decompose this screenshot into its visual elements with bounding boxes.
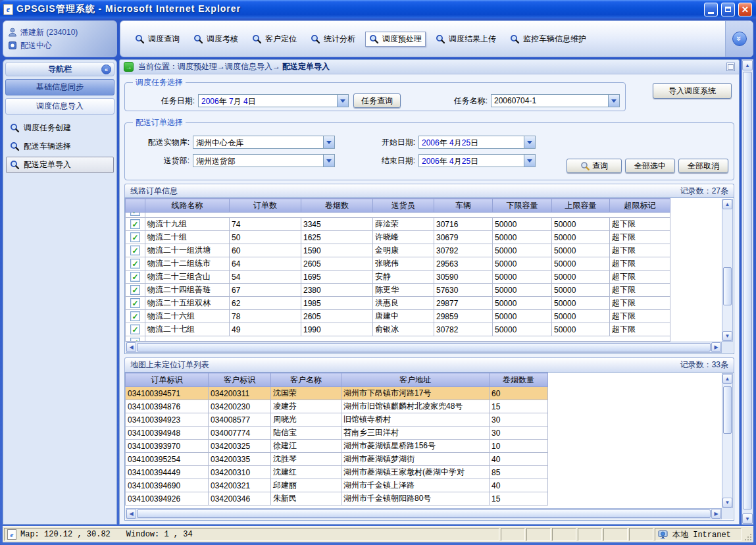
sidebar-item-2[interactable]: 配送定单导入	[6, 157, 114, 173]
department-icon	[8, 41, 17, 50]
window-body: 潘建新 (234010) 配送中心 调度查询调度考核客户定位统计分析调度预处理调…	[0, 18, 756, 545]
page-vertical-scrollbar[interactable]: ▲ ▼	[742, 59, 753, 525]
end-date-select[interactable]: 2006年 4月25日	[418, 154, 536, 167]
checkbox-checked-icon[interactable]	[130, 285, 140, 295]
route-table-vertical-scrollbar[interactable]: ▲ ▼	[722, 199, 733, 342]
toolbar-item-2[interactable]: 客户定位	[248, 32, 301, 47]
table-row[interactable]: 物流二十三组含山541695安静305905000050000超下限	[126, 271, 670, 284]
toolbar-item-4[interactable]: 调度预处理	[365, 32, 426, 47]
task-name-dropdown-button[interactable]	[608, 95, 619, 107]
query-button[interactable]: 查询	[567, 159, 622, 173]
table-row[interactable]: 物流二十二组练市642605张晓伟295635000050000超下限	[126, 257, 670, 271]
scroll-left-icon[interactable]: ◀	[126, 509, 136, 519]
orders-table-vertical-scrollbar[interactable]: ▲ ▼	[722, 373, 733, 508]
table-row[interactable]: 034100394948034007774陆信宝苕南乡三田洋村30	[126, 427, 548, 440]
checkbox-checked-icon[interactable]	[130, 232, 140, 242]
sidebar-item-1[interactable]: 配送车辆选择	[6, 138, 114, 155]
warehouse-select[interactable]: 湖州中心仓库	[193, 136, 335, 149]
scroll-down-icon[interactable]: ▼	[722, 498, 732, 507]
warehouse-dropdown-button[interactable]	[323, 136, 334, 148]
minimize-button[interactable]	[704, 3, 718, 16]
toolbar-item-0[interactable]: 调度查询	[131, 32, 184, 47]
table-row[interactable]: 物流二十六组782605唐建中298595000050000超下限	[126, 310, 670, 323]
checkbox-checked-icon[interactable]	[130, 219, 140, 229]
maximize-button[interactable]	[721, 3, 735, 16]
table-row[interactable]: 034100393970034200325徐建江湖州市菱湖镇星桥路156号10	[126, 440, 548, 453]
table-row[interactable]: 034100394926034200346朱新民湖州市千金镇朝阳路80号15	[126, 492, 548, 506]
panel-restore-button[interactable]	[726, 63, 735, 71]
clear-all-button[interactable]: 全部取消	[678, 159, 728, 173]
route-table-horizontal-scrollbar[interactable]: ◀ ▶	[126, 342, 722, 353]
location-arrow-icon: →	[124, 62, 134, 72]
table-row[interactable]: 034100394876034200230凌建芬湖州市旧馆镇麒麟村北凌家兜48号…	[126, 400, 548, 413]
toolbar-expand-button[interactable]: »	[732, 32, 747, 46]
checkbox-checked-icon[interactable]	[130, 324, 140, 334]
select-all-button[interactable]: 全部选中	[625, 159, 675, 173]
scroll-up-icon[interactable]: ▲	[722, 199, 732, 209]
table-row[interactable]: 034100395254034200335沈胜琴湖州市菱湖镇梦湖街40	[126, 453, 548, 466]
table-row[interactable]: 034100394690034200321邱建丽湖州市千金镇上泽路40	[126, 479, 548, 492]
route-orders-section: 线路订单信息 记录数：27条 线路名称订单数卷烟数送货员车辆下限容量上限容量超限…	[124, 184, 734, 354]
start-date-dropdown-button[interactable]	[524, 136, 535, 148]
table-row[interactable]: 034100394571034200311沈国荣湖州市下昂镇市河路17号60	[126, 387, 548, 400]
partial-row	[126, 336, 670, 342]
checkbox-checked-icon[interactable]	[130, 272, 140, 282]
toolbar-item-1[interactable]: 调度考核	[189, 32, 242, 47]
table-row[interactable]: 物流二十七组491990俞银冰307825000050000超下限	[126, 323, 670, 336]
cell: 许晓峰	[373, 231, 434, 244]
sidebar-group-1[interactable]: 调度信息导入	[5, 98, 114, 115]
task-query-button[interactable]: 任务查询	[353, 93, 401, 108]
table-row[interactable]: 物流二十组501625许晓峰306795000050000超下限	[126, 231, 670, 244]
sidebar-collapse-button[interactable]: «	[101, 65, 111, 74]
column-header: 卷烟数	[301, 199, 373, 213]
checkbox-checked-icon[interactable]	[130, 338, 140, 341]
orders-table-horizontal-scrollbar[interactable]: ◀ ▶	[126, 508, 722, 519]
close-button[interactable]: ✕	[738, 3, 752, 16]
scroll-right-icon[interactable]: ▶	[711, 342, 721, 352]
sidebar-header: 导航栏 «	[5, 62, 114, 76]
checkbox-checked-icon[interactable]	[130, 246, 140, 255]
task-date-select[interactable]: 2006年 7月 4日	[198, 94, 349, 107]
table-row[interactable]: 物流二十四组善琏672380陈更华576305000050000超下限	[126, 284, 670, 297]
sidebar-item-0[interactable]: 调度任务创建	[6, 120, 114, 136]
scroll-thumb[interactable]	[137, 509, 711, 518]
delivery-dept-select[interactable]: 湖州送货部	[193, 154, 335, 167]
task-date-dropdown-button[interactable]	[337, 95, 348, 107]
scroll-up-icon[interactable]: ▲	[722, 374, 732, 384]
end-date-dropdown-button[interactable]	[524, 155, 535, 167]
scroll-right-icon[interactable]: ▶	[711, 509, 721, 519]
scroll-thumb[interactable]	[743, 72, 752, 509]
cell: 50000	[493, 323, 552, 336]
import-to-dispatch-button[interactable]: 导入调度系统	[653, 83, 732, 99]
table-row[interactable]: 034100394923034008577周晓光旧馆镇寺桥村30	[126, 413, 548, 427]
checkbox-checked-icon[interactable]	[130, 259, 140, 269]
scroll-left-icon[interactable]: ◀	[126, 342, 136, 352]
status-separator-pane	[501, 528, 525, 541]
cell: 40	[490, 453, 548, 466]
toolbar-item-6[interactable]: 监控车辆信息维护	[506, 32, 590, 47]
sidebar-group-0[interactable]: 基础信息同步	[5, 79, 114, 95]
start-date-select[interactable]: 2006年 4月25日	[418, 136, 536, 149]
scroll-down-icon[interactable]: ▼	[742, 513, 753, 524]
scroll-thumb[interactable]	[723, 267, 732, 305]
table-row[interactable]: 034100394449034200310沈建红湖州市菱湖镇王家墩村(菱湖中学对…	[126, 466, 548, 479]
scroll-thumb[interactable]	[137, 343, 711, 351]
scroll-thumb[interactable]	[723, 386, 732, 434]
checkbox-checked-icon[interactable]	[130, 213, 140, 216]
scroll-down-icon[interactable]: ▼	[722, 331, 732, 341]
table-row[interactable]: 物流十九组743345薛淦荣307165000050000超下限	[126, 218, 670, 231]
cell: 湖州市下昂镇市河路17号	[341, 387, 490, 400]
checkbox-checked-icon[interactable]	[130, 311, 140, 321]
scroll-up-icon[interactable]: ▲	[742, 60, 753, 70]
resize-grip[interactable]	[743, 528, 752, 541]
cell: 物流二十组	[145, 231, 230, 244]
table-row[interactable]: 物流二十五组双林621985洪惠良298775000050000超下限	[126, 297, 670, 310]
warehouse-value: 湖州中心仓库	[193, 136, 323, 148]
route-orders-table-wrap: 线路名称订单数卷烟数送货员车辆下限容量上限容量超限标记物流十九组743345薛淦…	[124, 197, 734, 354]
delivery-dept-dropdown-button[interactable]	[323, 155, 334, 167]
toolbar-item-5[interactable]: 调度结果上传	[432, 32, 500, 47]
table-row[interactable]: 物流二十一组洪塘601590金明康307925000050000超下限	[126, 244, 670, 257]
task-name-select[interactable]: 20060704-1	[491, 94, 620, 107]
toolbar-item-3[interactable]: 统计分析	[307, 32, 359, 47]
checkbox-checked-icon[interactable]	[130, 298, 140, 308]
